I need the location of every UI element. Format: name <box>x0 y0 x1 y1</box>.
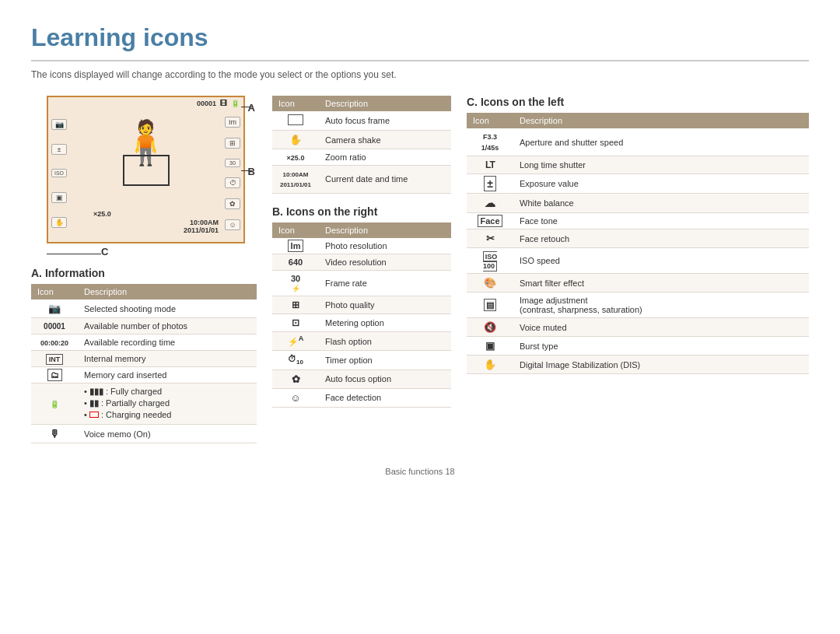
row-icon: ×25.0 <box>272 149 319 166</box>
row-desc: ISO speed <box>513 248 809 274</box>
table-row: 10:00AM2011/01/01 Current date and time <box>272 166 451 194</box>
col-desc-info: Description <box>319 96 451 111</box>
label-c: C <box>101 246 108 257</box>
section-b-table: Icon Description Im Photo resolution 640… <box>272 222 451 408</box>
section-c: C. Icons on the left Icon Description F3… <box>467 96 809 374</box>
col-icon-info: Icon <box>272 96 319 111</box>
table-row: 🗂 Memory card inserted <box>31 367 257 384</box>
row-desc: Digital Image Stabilization (DIS) <box>513 356 809 374</box>
row-icon: ☁ <box>467 194 513 213</box>
row-icon: F3.31/45s <box>467 128 513 156</box>
row-icon: 🎙 <box>31 425 78 443</box>
table-row: Auto focus frame <box>272 111 451 131</box>
camera-center: 🧍 ×25.0 10:00AM 2011/01/01 <box>70 110 222 237</box>
row-icon: ⚡A <box>272 331 319 351</box>
table-row: INT Internal memory <box>31 351 257 367</box>
table-row: ⚡A Flash option <box>272 331 451 351</box>
row-icon: ISO100 <box>467 248 513 274</box>
arrow-a <box>241 107 252 107</box>
row-icon: 📷 <box>31 299 78 318</box>
col-desc-b: Description <box>319 222 451 238</box>
table-row: ✂ Face retouch <box>467 229 809 248</box>
table-row: 🎙 Voice memo (On) <box>31 425 257 443</box>
row-icon: ⊡ <box>272 313 319 331</box>
row-icon <box>272 111 319 131</box>
row-icon: ✂ <box>467 229 513 248</box>
section-c-table: Icon Description F3.31/45s Aperture and … <box>467 113 809 374</box>
row-desc: Zoom ratio <box>319 149 451 166</box>
camera-right-icons: Im ⊞ 30 ⏱ ✿ ☺ <box>222 110 243 237</box>
camera-bottom-info: 10:00AM 2011/01/01 <box>184 219 219 234</box>
row-desc: Image adjustment(contrast, sharpness, sa… <box>513 292 809 318</box>
row-desc: Voice memo (On) <box>78 425 257 443</box>
row-icon: 10:00AM2011/01/01 <box>272 166 319 194</box>
row-icon: ± <box>467 174 513 194</box>
row-desc: Voice muted <box>513 318 809 337</box>
row-desc: Smart filter effect <box>513 274 809 292</box>
row-desc: Available recording time <box>78 335 257 351</box>
table-row: LT Long time shutter <box>467 156 809 174</box>
table-row: 00:00:20 Available recording time <box>31 335 257 351</box>
col-icon-a: Icon <box>31 284 78 299</box>
col-desc-c: Description <box>513 113 809 128</box>
col-icon-c: Icon <box>467 113 513 128</box>
row-icon: LT <box>467 156 513 174</box>
row-icon: 🎨 <box>467 274 513 292</box>
table-row: ✋ Camera shake <box>272 131 451 149</box>
row-icon: ⏱10 <box>272 351 319 370</box>
table-row: ▣ Burst type <box>467 337 809 356</box>
table-row: ☺ Face detection <box>272 388 451 407</box>
section-c-title: C. Icons on the left <box>467 96 809 108</box>
row-icon: 🗂 <box>31 367 78 384</box>
row-icon: Face <box>467 213 513 229</box>
table-row: ☁ White balance <box>467 194 809 213</box>
section-b: B. Icons on the right Icon Description I… <box>272 205 451 408</box>
row-desc: Photo resolution <box>319 238 451 254</box>
row-icon: ✋ <box>467 356 513 374</box>
row-desc: Exposure value <box>513 174 809 194</box>
row-icon: ⊞ <box>272 296 319 313</box>
table-row: ⏱10 Timer option <box>272 351 451 370</box>
row-desc: Metering option <box>319 313 451 331</box>
page-footer: Basic functions 18 <box>31 467 809 476</box>
table-row: 🔋 • ▮▮▮ : Fully charged • ▮▮ : Partially… <box>31 384 257 425</box>
focus-rect <box>123 155 170 186</box>
row-desc: Timer option <box>319 351 451 370</box>
table-row: Im Photo resolution <box>272 238 451 254</box>
row-desc: Face detection <box>319 388 451 407</box>
row-desc: Auto focus option <box>319 370 451 388</box>
table-row: 📷 Selected shooting mode <box>31 299 257 318</box>
row-icon: ✿ <box>272 370 319 388</box>
table-row: F3.31/45s Aperture and shutter speed <box>467 128 809 156</box>
table-row: 🎨 Smart filter effect <box>467 274 809 292</box>
table-row: ✿ Auto focus option <box>272 370 451 388</box>
info-table: Icon Description Auto focus frame ✋ Came… <box>272 96 451 194</box>
arrow-c <box>47 254 101 254</box>
section-a-table: Icon Description 📷 Selected shooting mod… <box>31 284 257 443</box>
page-title: Learning icons <box>31 23 809 61</box>
row-desc: Auto focus frame <box>319 111 451 131</box>
row-desc: Face tone <box>513 213 809 229</box>
table-row: ± Exposure value <box>467 174 809 194</box>
row-desc: Face retouch <box>513 229 809 248</box>
row-desc: • ▮▮▮ : Fully charged • ▮▮ : Partially c… <box>78 384 257 425</box>
row-icon: 🔋 <box>31 384 78 425</box>
row-desc: Burst type <box>513 337 809 356</box>
row-desc: Video resolution <box>319 254 451 270</box>
col-icon-b: Icon <box>272 222 319 238</box>
row-icon: ▣ <box>467 337 513 356</box>
row-icon: ▤ <box>467 292 513 318</box>
label-a: A <box>248 102 255 114</box>
row-desc: Long time shutter <box>513 156 809 174</box>
row-icon: ☺ <box>272 388 319 407</box>
table-row: ISO100 ISO speed <box>467 248 809 274</box>
row-desc: Memory card inserted <box>78 367 257 384</box>
row-desc: Internal memory <box>78 351 257 367</box>
table-row: 640 Video resolution <box>272 254 451 270</box>
table-row: Face Face tone <box>467 213 809 229</box>
row-icon: INT <box>31 351 78 367</box>
camera-top-bar: 00001 🎞 🔋 <box>48 97 243 110</box>
row-desc: Selected shooting mode <box>78 299 257 318</box>
row-desc: White balance <box>513 194 809 213</box>
row-icon: 00:00:20 <box>31 335 78 351</box>
